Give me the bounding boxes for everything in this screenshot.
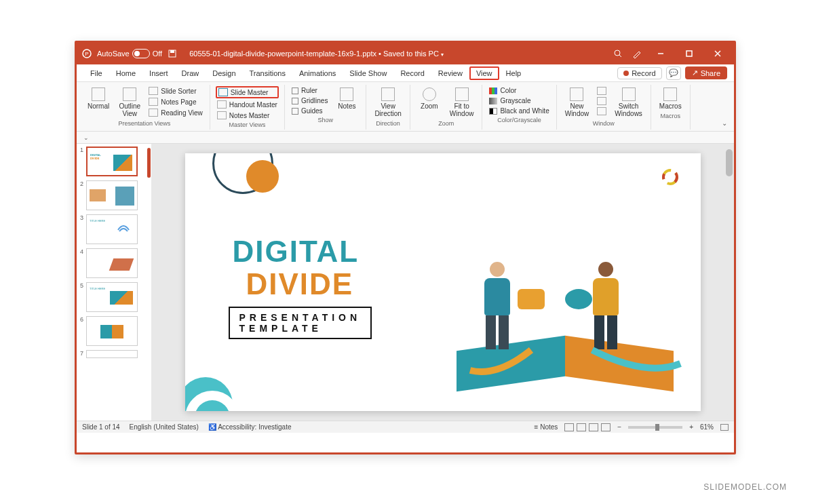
menubar: File Home Insert Draw Design Transitions… <box>77 64 734 82</box>
autosave-toggle[interactable]: AutoSave Off <box>97 49 162 58</box>
thumbnail-4[interactable] <box>86 248 138 278</box>
group-label: Zoom <box>416 120 477 127</box>
maximize-button[interactable] <box>680 43 699 64</box>
thumb-number: 3 <box>78 214 83 221</box>
menu-home[interactable]: Home <box>109 66 142 80</box>
comments-button[interactable]: 💬 <box>666 66 681 80</box>
menu-design[interactable]: Design <box>206 66 242 80</box>
titlebar: P AutoSave Off 60555-01-digital-divide-p… <box>77 43 734 64</box>
group-window: New Window Switch Windows Window <box>557 85 651 130</box>
zoom-out-button[interactable]: − <box>617 423 621 431</box>
slide-master-button[interactable]: Slide Master <box>216 86 279 98</box>
handout-master-button[interactable]: Handout Master <box>216 100 279 109</box>
pen-icon[interactable] <box>632 49 642 58</box>
checkbox-icon <box>292 98 298 104</box>
normal-button[interactable]: Normal <box>85 86 112 111</box>
thumbnail-3[interactable]: TITLE HERE <box>86 214 138 244</box>
decoration-dot-orange <box>246 160 279 193</box>
cascade-button[interactable] <box>596 96 608 106</box>
menu-help[interactable]: Help <box>499 66 528 80</box>
menu-draw[interactable]: Draw <box>175 66 206 80</box>
thumbnail-7[interactable] <box>86 350 138 358</box>
slide-sorter-button[interactable]: Slide Sorter <box>147 86 204 96</box>
normal-icon <box>92 88 105 101</box>
menu-transitions[interactable]: Transitions <box>243 66 292 80</box>
autosave-label: AutoSave <box>97 50 130 58</box>
menu-record[interactable]: Record <box>393 66 431 80</box>
view-direction-button[interactable]: View Direction <box>372 86 404 119</box>
group-label: Master Views <box>216 121 279 128</box>
slideshow-view-icon[interactable] <box>601 423 610 431</box>
thumbnail-6[interactable] <box>86 316 138 346</box>
checkbox-icon <box>292 88 298 94</box>
thumb-number: 4 <box>78 248 83 255</box>
thumbnails-scrollbar[interactable] <box>147 148 151 178</box>
gridlines-checkbox[interactable]: Gridlines <box>290 96 329 105</box>
fit-icon <box>455 88 469 101</box>
thumbnail-5[interactable]: TITLE HERE <box>86 282 138 312</box>
notes-master-button[interactable]: Notes Master <box>216 111 279 120</box>
notes-page-button[interactable]: Notes Page <box>147 97 204 106</box>
move-split-button[interactable] <box>596 106 608 116</box>
zoom-in-button[interactable]: + <box>689 423 693 431</box>
outline-view-button[interactable]: Outline View <box>116 86 143 119</box>
normal-view-icon[interactable] <box>564 423 574 431</box>
menu-insert[interactable]: Insert <box>142 66 175 80</box>
fit-to-window-button[interactable] <box>720 424 729 431</box>
thumb-number: 6 <box>78 316 83 323</box>
switch-windows-button[interactable]: Switch Windows <box>612 86 645 119</box>
group-color-grayscale: Color Grayscale Black and White Color/Gr… <box>482 85 556 130</box>
fit-window-button[interactable]: Fit to Window <box>447 86 477 119</box>
menu-animations[interactable]: Animations <box>292 66 343 80</box>
split-icon <box>597 107 606 115</box>
menu-file[interactable]: File <box>83 66 109 80</box>
arrange-all-button[interactable] <box>596 86 608 96</box>
arrange-icon <box>597 87 606 95</box>
ruler-checkbox[interactable]: Ruler <box>290 86 329 95</box>
menu-review[interactable]: Review <box>431 66 469 80</box>
accessibility-status[interactable]: ♿ Accessibility: Investigate <box>208 423 292 431</box>
notes-button[interactable]: Notes <box>333 86 360 111</box>
slide-counter[interactable]: Slide 1 of 14 <box>82 423 120 431</box>
document-title: 60555-01-digital-divide-powerpoint-templ… <box>189 50 444 58</box>
macros-button[interactable]: Macros <box>657 86 684 111</box>
language-indicator[interactable]: English (United States) <box>130 423 199 431</box>
new-window-button[interactable]: New Window <box>562 86 592 119</box>
chevron-icon[interactable]: ⌄ <box>83 134 89 141</box>
group-presentation-views: Normal Outline View Slide Sorter Notes P… <box>79 85 210 130</box>
sorter-view-icon[interactable] <box>577 423 586 431</box>
reading-view-button[interactable]: Reading View <box>147 108 204 117</box>
zoom-level[interactable]: 61% <box>700 423 714 431</box>
group-label: Window <box>562 120 645 127</box>
thumbnail-1[interactable]: DIGITALDIVIDE <box>86 147 138 176</box>
thumbnail-2[interactable] <box>86 180 138 210</box>
notes-toggle[interactable]: ≡ Notes <box>535 423 558 431</box>
svg-line-5 <box>619 55 621 57</box>
ribbon-collapse-button[interactable]: ⌄ <box>718 85 731 130</box>
black-white-button[interactable]: Black and White <box>488 106 550 115</box>
menu-slideshow[interactable]: Slide Show <box>343 66 393 80</box>
slide-canvas[interactable]: DIGITAL DIVIDE PRESENTATION TEMPLATE <box>185 153 701 411</box>
powerpoint-window: P AutoSave Off 60555-01-digital-divide-p… <box>75 41 736 454</box>
record-button[interactable]: Record <box>617 67 661 79</box>
toggle-pill-icon <box>132 49 150 58</box>
reading-view-icon[interactable] <box>589 423 598 431</box>
save-icon[interactable] <box>168 49 177 58</box>
group-macros: Macros Macros <box>651 85 691 130</box>
zoom-slider[interactable] <box>628 426 682 429</box>
zoom-button[interactable]: Zoom <box>416 86 443 111</box>
search-icon[interactable] <box>613 49 623 58</box>
checkbox-icon <box>292 108 298 115</box>
slide-title-1: DIGITAL <box>233 235 360 269</box>
view-mode-icons <box>564 423 610 431</box>
editor-scrollbar[interactable] <box>726 149 733 415</box>
minimize-button[interactable] <box>651 43 670 64</box>
ribbon-view: Normal Outline View Slide Sorter Notes P… <box>77 82 734 132</box>
grayscale-button[interactable]: Grayscale <box>488 96 550 105</box>
share-button[interactable]: ↗Share <box>685 66 727 79</box>
menu-view[interactable]: View <box>469 66 499 80</box>
color-button[interactable]: Color <box>488 86 550 95</box>
close-button[interactable] <box>708 43 727 64</box>
guides-checkbox[interactable]: Guides <box>290 106 329 115</box>
zoom-icon <box>423 88 436 101</box>
